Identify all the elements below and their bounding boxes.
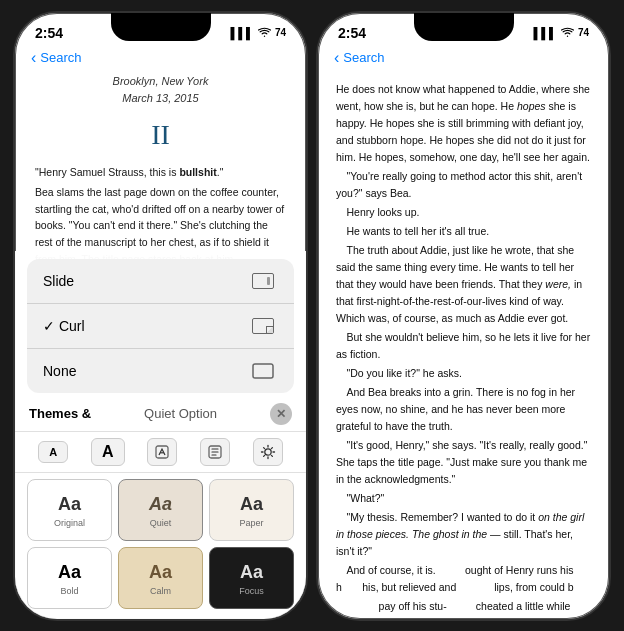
theme-focus-label: Focus — [239, 586, 264, 596]
time-left: 2:54 — [35, 25, 63, 41]
theme-paper-label: Paper — [239, 518, 263, 528]
svg-line-11 — [263, 455, 264, 456]
back-label-left: Search — [40, 50, 81, 65]
battery-left: 74 — [275, 27, 286, 38]
svg-point-3 — [264, 448, 270, 454]
none-icon — [248, 360, 278, 382]
left-phone: 2:54 ▌▌▌ 74 ‹ Search Brooklyn — [13, 11, 308, 621]
nav-bar-right[interactable]: ‹ Search — [318, 45, 609, 73]
wifi-icon-right — [561, 27, 574, 39]
theme-original[interactable]: Aa Original — [27, 479, 112, 541]
back-arrow-left: ‹ — [31, 49, 36, 67]
notch — [111, 13, 211, 41]
curl-icon — [248, 315, 278, 337]
svg-rect-0 — [253, 364, 273, 378]
theme-paper[interactable]: Aa Paper — [209, 479, 294, 541]
theme-calm[interactable]: Aa Calm — [118, 547, 203, 609]
svg-line-8 — [263, 447, 264, 448]
brightness-button[interactable] — [253, 438, 283, 466]
svg-line-9 — [271, 455, 272, 456]
themes-header: Themes & Quiet Option ✕ — [15, 399, 306, 431]
font-size-row: A A — [15, 431, 306, 473]
theme-bold-label: Bold — [60, 586, 78, 596]
font-small-button[interactable]: A — [38, 441, 68, 463]
theme-calm-label: Calm — [150, 586, 171, 596]
slide-option-slide[interactable]: Slide — [27, 259, 294, 304]
theme-bold[interactable]: Aa Bold — [27, 547, 112, 609]
phones-container: 2:54 ▌▌▌ 74 ‹ Search Brooklyn — [13, 11, 611, 621]
book-content-right: He does not know what happened to Addie,… — [318, 73, 609, 621]
time-right: 2:54 — [338, 25, 366, 41]
slide-options: Slide ✓ Curl None — [27, 259, 294, 393]
font-style-button[interactable] — [147, 438, 177, 466]
scroll-icon-slide — [252, 273, 274, 289]
close-button[interactable]: ✕ — [270, 403, 292, 425]
font-format-button[interactable] — [200, 438, 230, 466]
chapter-number: II — [35, 113, 286, 156]
font-large-button[interactable]: A — [91, 438, 125, 466]
theme-quiet[interactable]: Aa Quiet — [118, 479, 203, 541]
wifi-icon-left — [258, 27, 271, 39]
curl-option-label: ✓ Curl — [43, 318, 85, 334]
theme-focus-aa: Aa — [240, 562, 263, 583]
themes-grid: Aa Original Aa Quiet Aa Paper Aa Bold Aa — [15, 473, 306, 619]
notch-right — [414, 13, 514, 41]
right-phone: 2:54 ▌▌▌ 74 ‹ Search He does not know — [316, 11, 611, 621]
slide-option-label: Slide — [43, 273, 74, 289]
status-icons-right: ▌▌▌ 74 — [533, 27, 589, 39]
overlay-panel: Slide ✓ Curl None — [15, 251, 306, 619]
back-label-right: Search — [343, 50, 384, 65]
nav-bar-left[interactable]: ‹ Search — [15, 45, 306, 73]
theme-quiet-aa: Aa — [149, 494, 172, 515]
theme-focus[interactable]: Aa Focus — [209, 547, 294, 609]
scroll-icon-curl — [252, 318, 274, 334]
quiet-option-label: Quiet Option — [144, 406, 217, 421]
slide-option-curl[interactable]: ✓ Curl — [27, 304, 294, 349]
theme-quiet-label: Quiet — [150, 518, 172, 528]
battery-right: 74 — [578, 27, 589, 38]
slide-icon — [248, 270, 278, 292]
theme-paper-aa: Aa — [240, 494, 263, 515]
theme-bold-aa: Aa — [58, 562, 81, 583]
theme-original-label: Original — [54, 518, 85, 528]
theme-original-aa: Aa — [58, 494, 81, 515]
svg-line-10 — [271, 447, 272, 448]
themes-title: Themes & — [29, 406, 91, 421]
back-arrow-right: ‹ — [334, 49, 339, 67]
signal-icon-right: ▌▌▌ — [533, 27, 556, 39]
signal-icon-left: ▌▌▌ — [230, 27, 253, 39]
slide-option-none[interactable]: None — [27, 349, 294, 393]
book-location: Brooklyn, New York March 13, 2015 — [35, 73, 286, 107]
status-icons-left: ▌▌▌ 74 — [230, 27, 286, 39]
none-option-label: None — [43, 363, 76, 379]
theme-calm-aa: Aa — [149, 562, 172, 583]
